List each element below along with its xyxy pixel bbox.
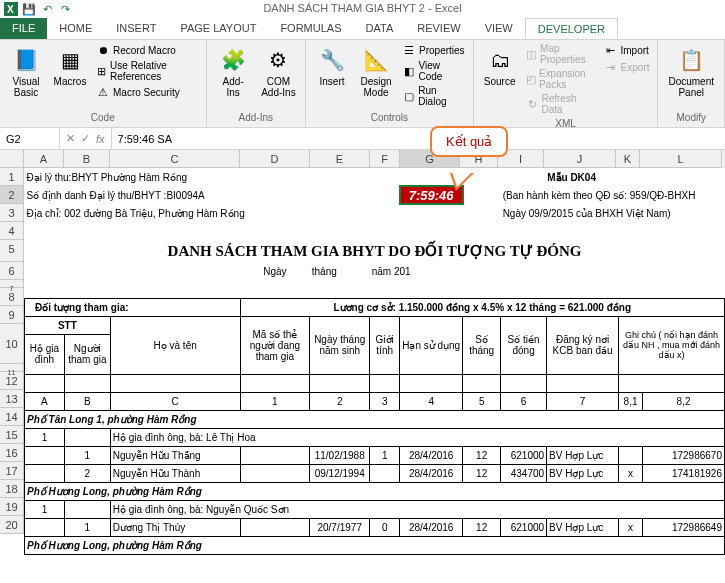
expansion-packs-button[interactable]: ◰Expansion Packs bbox=[524, 67, 598, 91]
r16-c[interactable]: Nguyễn Hữu Thành bbox=[110, 464, 240, 482]
tab-insert[interactable]: INSERT bbox=[104, 18, 168, 39]
row-19[interactable]: 19 bbox=[0, 498, 24, 516]
r19-j[interactable]: BV Hợp Lực bbox=[547, 518, 619, 536]
export-button[interactable]: ⇥Export bbox=[602, 59, 652, 75]
design-mode-button[interactable]: 📐Design Mode bbox=[356, 42, 396, 108]
r16-e[interactable]: 09/12/1994 bbox=[310, 464, 370, 482]
insert-control-button[interactable]: 🔧Insert bbox=[312, 42, 352, 108]
row-10[interactable]: 10 bbox=[0, 324, 24, 364]
hdr-hoten[interactable]: Họ và tên bbox=[110, 316, 240, 374]
tab-home[interactable]: HOME bbox=[47, 18, 104, 39]
row-5[interactable]: 5 bbox=[0, 240, 24, 262]
tab-developer[interactable]: DEVELOPER bbox=[525, 18, 618, 39]
source-button[interactable]: 🗂Source bbox=[480, 42, 520, 116]
col-num-5[interactable]: 5 bbox=[463, 392, 501, 410]
col-letter-B[interactable]: B bbox=[64, 392, 110, 410]
hdr-sotien[interactable]: Số tiền đóng bbox=[501, 316, 547, 374]
col-num-7[interactable]: 7 bbox=[547, 392, 619, 410]
record-macro-button[interactable]: ⏺Record Macro bbox=[94, 42, 200, 58]
row-8[interactable]: 8 bbox=[0, 288, 24, 306]
row-2[interactable]: 2 bbox=[0, 186, 24, 204]
refresh-data-button[interactable]: ↻Refresh Data bbox=[524, 92, 598, 116]
cancel-formula-icon[interactable]: ✕ bbox=[66, 132, 75, 145]
fx-icon[interactable]: fx bbox=[96, 133, 105, 145]
view-code-button[interactable]: ◧View Code bbox=[400, 59, 467, 83]
r16-h[interactable]: 12 bbox=[463, 464, 501, 482]
document-panel-button[interactable]: 📋Document Panel bbox=[664, 42, 718, 100]
cell-doi-tuong[interactable]: Đối tượng tham gia: bbox=[25, 298, 241, 316]
redo-icon[interactable]: ↷ bbox=[58, 2, 72, 16]
r19-e[interactable]: 20/7/1977 bbox=[310, 518, 370, 536]
pho2[interactable]: Phố Hương Long, phường Hàm Rồng bbox=[25, 482, 725, 500]
r16-i[interactable]: 434700 bbox=[501, 464, 547, 482]
row-18[interactable]: 18 bbox=[0, 480, 24, 498]
col-num-6[interactable]: 6 bbox=[501, 392, 547, 410]
addins-button[interactable]: 🧩Add-Ins bbox=[213, 42, 254, 100]
hdr-hogd[interactable]: Hộ gia đình bbox=[25, 334, 65, 374]
name-box[interactable]: G2 bbox=[0, 128, 60, 149]
cell-A2[interactable]: Số định danh Đại lý thu/BHYT :BI0094A bbox=[25, 186, 370, 204]
map-properties-button[interactable]: ◫Map Properties bbox=[524, 42, 598, 66]
r18-c[interactable]: Hộ gia đình ông, bà: Nguyễn Quốc Sơn bbox=[110, 500, 724, 518]
tab-review[interactable]: REVIEW bbox=[405, 18, 472, 39]
run-dialog-button[interactable]: ▢Run Dialog bbox=[400, 84, 467, 108]
use-relative-button[interactable]: ⊞Use Relative References bbox=[94, 59, 200, 83]
cell-I1[interactable]: Mẫu DK04 bbox=[501, 168, 643, 186]
hdr-dangky[interactable]: Đăng ký nơi KCB ban đầu bbox=[547, 316, 619, 374]
hdr-sothang[interactable]: Số tháng bbox=[463, 316, 501, 374]
col-num-82[interactable]: 8,2 bbox=[643, 392, 725, 410]
cell-I2[interactable]: (Ban hành kèm theo QĐ số: 959/QĐ-BHXH bbox=[501, 186, 725, 204]
r19-l[interactable]: 172986649 bbox=[643, 518, 725, 536]
cell-A3[interactable]: Địa chỉ: 002 đường Bà Triệu, Phường Hàm … bbox=[25, 204, 400, 222]
col-F[interactable]: F bbox=[370, 150, 400, 168]
r19-k[interactable]: x bbox=[619, 518, 643, 536]
import-button[interactable]: ⇤Import bbox=[602, 42, 652, 58]
hdr-han[interactable]: Hạn sử dụng bbox=[400, 316, 463, 374]
tab-view[interactable]: VIEW bbox=[473, 18, 525, 39]
col-K[interactable]: K bbox=[616, 150, 640, 168]
cell-I3[interactable]: Ngày 09/9/2015 của BHXH Việt Nam) bbox=[501, 204, 725, 222]
row-1[interactable]: 1 bbox=[0, 168, 24, 186]
col-J[interactable]: J bbox=[544, 150, 616, 168]
col-A[interactable]: A bbox=[24, 150, 64, 168]
tab-file[interactable]: FILE bbox=[0, 18, 47, 39]
col-num-4[interactable]: 4 bbox=[400, 392, 463, 410]
select-all-corner[interactable] bbox=[0, 150, 24, 168]
r19-b[interactable]: 1 bbox=[64, 518, 110, 536]
r15-i[interactable]: 621000 bbox=[501, 446, 547, 464]
properties-button[interactable]: ☰Properties bbox=[400, 42, 467, 58]
r14-c[interactable]: Hộ gia đình ông, bà: Lê Thị Hoa bbox=[110, 428, 724, 446]
r19-i[interactable]: 621000 bbox=[501, 518, 547, 536]
enter-formula-icon[interactable]: ✓ bbox=[81, 132, 90, 145]
col-B[interactable]: B bbox=[64, 150, 110, 168]
r15-b[interactable]: 1 bbox=[64, 446, 110, 464]
r19-f[interactable]: 0 bbox=[370, 518, 400, 536]
row-3[interactable]: 3 bbox=[0, 204, 24, 222]
cell-A1[interactable]: Đại lý thu:BHYT Phường Hàm Rồng bbox=[25, 168, 370, 186]
col-D[interactable]: D bbox=[240, 150, 310, 168]
spreadsheet-grid[interactable]: A B C D E F G H I J K L 1 2 3 4 5 6 7 8 … bbox=[0, 150, 725, 168]
r18-a[interactable]: 1 bbox=[25, 500, 65, 518]
row-12[interactable]: 12 bbox=[0, 372, 24, 390]
r16-j[interactable]: BV Hợp Lực bbox=[547, 464, 619, 482]
sheet-content[interactable]: Đại lý thu:BHYT Phường Hàm RồngMẫu DK04 … bbox=[24, 168, 725, 555]
row-4[interactable]: 4 bbox=[0, 222, 24, 240]
col-L[interactable]: L bbox=[640, 150, 722, 168]
cell-date-thang[interactable]: tháng bbox=[310, 262, 370, 280]
hdr-gioi[interactable]: Giới tính bbox=[370, 316, 400, 374]
pho1[interactable]: Phố Tân Long 1, phường Hàm Rồng bbox=[25, 410, 725, 428]
row-16[interactable]: 16 bbox=[0, 444, 24, 462]
tab-page-layout[interactable]: PAGE LAYOUT bbox=[168, 18, 268, 39]
formula-input[interactable]: 7:59:46 SA bbox=[112, 133, 725, 145]
save-icon[interactable]: 💾 bbox=[22, 2, 36, 16]
col-C[interactable]: C bbox=[110, 150, 240, 168]
r19-g[interactable]: 28/4/2016 bbox=[400, 518, 463, 536]
row-15[interactable]: 15 bbox=[0, 426, 24, 444]
row-14[interactable]: 14 bbox=[0, 408, 24, 426]
visual-basic-button[interactable]: 📘 Visual Basic bbox=[6, 42, 46, 100]
r15-e[interactable]: 11/02/1988 bbox=[310, 446, 370, 464]
r19-c[interactable]: Dương Thị Thúy bbox=[110, 518, 240, 536]
col-num-3[interactable]: 3 bbox=[370, 392, 400, 410]
cell-luong[interactable]: Lương cơ sở: 1.150.000 đồng x 4.5% x 12 … bbox=[240, 298, 724, 316]
row-7[interactable]: 7 bbox=[0, 280, 24, 288]
